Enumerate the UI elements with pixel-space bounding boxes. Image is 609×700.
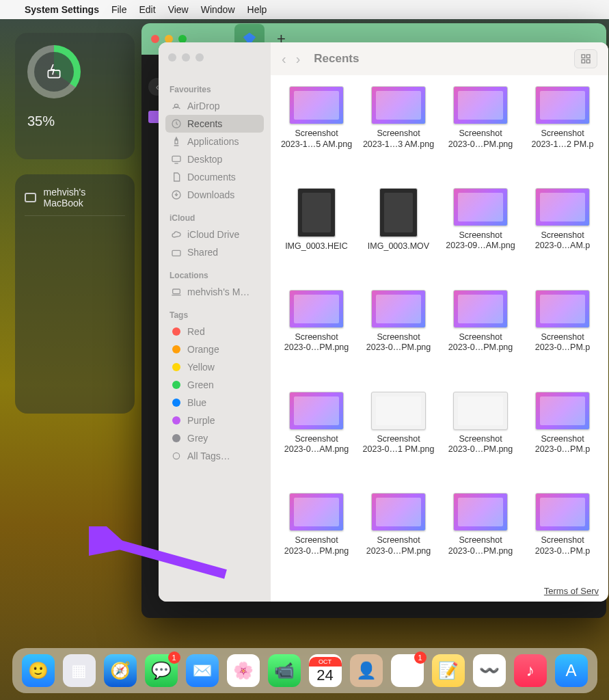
sidebar-item-label: Shared: [187, 247, 218, 258]
sidebar-item-green[interactable]: Green: [165, 376, 264, 394]
sidebar-item-grey[interactable]: Grey: [165, 429, 264, 447]
sidebar-item-purple[interactable]: Purple: [165, 412, 264, 429]
close-button[interactable]: [151, 35, 159, 43]
sidebar-item-airdrop[interactable]: AirDrop: [165, 97, 264, 115]
file-item[interactable]: Screenshot 2023-0…PM.png: [358, 493, 439, 591]
file-name: Screenshot 2023-0…PM.p: [535, 434, 591, 455]
all-tags-icon: [171, 450, 182, 461]
dock-safari[interactable]: 🧭: [104, 654, 137, 687]
dock-notes[interactable]: 📝: [432, 654, 465, 687]
file-item[interactable]: Screenshot 2023-0…PM.png: [358, 290, 439, 388]
battery-widget[interactable]: 35%: [15, 33, 135, 159]
dock-mail[interactable]: ✉️: [186, 654, 219, 687]
file-item[interactable]: Screenshot 2023-0…PM.png: [276, 493, 357, 591]
dock-music[interactable]: ♪: [514, 654, 547, 687]
sidebar-item-documents[interactable]: Documents: [165, 168, 264, 186]
finder-content: ‹ › Recents Screenshot 2023-1…5 AM.pngSc…: [271, 42, 608, 602]
battery-ring: [27, 45, 81, 98]
file-item[interactable]: Screenshot 2023-1…3 AM.png: [358, 86, 439, 184]
sidebar-item-label: Blue: [187, 397, 206, 408]
sidebar-item-label: Orange: [187, 344, 219, 355]
file-item[interactable]: Screenshot 2023-0…PM.p: [522, 290, 603, 388]
sidebar-item-downloads[interactable]: Downloads: [165, 186, 264, 204]
dock-facetime[interactable]: 📹: [268, 654, 301, 687]
file-grid[interactable]: Screenshot 2023-1…5 AM.pngScreenshot 202…: [271, 75, 608, 602]
file-name: Screenshot 2023-09…AM.png: [446, 230, 515, 252]
sidebar-item-recents[interactable]: Recents: [165, 115, 264, 133]
sidebar-item-mehvish-s-m-[interactable]: mehvish's M…: [165, 283, 264, 301]
close-button[interactable]: [168, 53, 176, 62]
file-item[interactable]: Screenshot 2023-1…5 AM.png: [276, 86, 357, 184]
file-name: Screenshot 2023-0…1 PM.png: [363, 434, 435, 455]
shared-icon: [171, 247, 182, 258]
nav-forward-button[interactable]: ›: [296, 51, 301, 67]
finder-sidebar[interactable]: Favourites AirDropRecentsApplicationsDes…: [159, 42, 271, 602]
dock-launchpad[interactable]: ▦: [63, 654, 96, 687]
window-controls[interactable]: [168, 53, 204, 62]
dock-contacts[interactable]: 👤: [350, 654, 383, 687]
file-thumbnail: [289, 493, 344, 531]
menu-edit[interactable]: Edit: [139, 4, 156, 15]
file-name: Screenshot 2023-0…PM.png: [284, 535, 349, 556]
sidebar-item-orange[interactable]: Orange: [165, 340, 264, 358]
sidebar-item-blue[interactable]: Blue: [165, 394, 264, 412]
menubar[interactable]: System Settings File Edit View Window He…: [0, 0, 609, 19]
sidebar-item-shared[interactable]: Shared: [165, 243, 264, 261]
calendar-day: 24: [316, 667, 333, 684]
dock-messages[interactable]: 💬1: [145, 654, 178, 687]
file-item[interactable]: Screenshot 2023-0…AM.p: [522, 188, 603, 286]
laptop-charging-icon: [45, 63, 63, 81]
file-item[interactable]: Screenshot 2023-0…PM.p: [522, 493, 603, 591]
file-thumbnail: [371, 86, 426, 124]
view-icon-button[interactable]: [574, 49, 597, 68]
terms-link[interactable]: Terms of Serv: [544, 586, 599, 596]
sidebar-item-applications[interactable]: Applications: [165, 133, 264, 150]
nav-back-button[interactable]: ‹: [282, 51, 286, 67]
menu-help[interactable]: Help: [247, 4, 267, 15]
dock-photos[interactable]: 🌸: [227, 654, 260, 687]
file-item[interactable]: Screenshot 2023-0…PM.png: [276, 290, 357, 388]
file-name: Screenshot 2023-0…PM.png: [366, 535, 431, 556]
file-name: IMG_0003.MOV: [368, 241, 429, 252]
file-item[interactable]: IMG_0003.HEIC: [276, 188, 357, 286]
sidebar-item-all-tags-[interactable]: All Tags…: [165, 447, 264, 465]
menu-window[interactable]: Window: [201, 4, 235, 15]
dock-reminders[interactable]: ☰1: [391, 654, 424, 687]
svg-rect-3: [172, 156, 180, 161]
sidebar-item-icloud-drive[interactable]: iCloud Drive: [165, 226, 264, 243]
app-menu[interactable]: System Settings: [25, 4, 99, 15]
dock-appstore[interactable]: A: [555, 654, 588, 687]
dock[interactable]: 🙂▦🧭💬1✉️🌸📹OCT24👤☰1📝〰️♪A: [12, 648, 597, 693]
grid-icon: [580, 53, 591, 64]
finder-toolbar[interactable]: ‹ › Recents: [271, 42, 608, 75]
file-item[interactable]: Screenshot 2023-0…PM.png: [440, 290, 521, 388]
tag-dot-icon: [171, 415, 182, 426]
file-item[interactable]: Screenshot 2023-0…AM.png: [276, 392, 357, 489]
file-item[interactable]: Screenshot 2023-0…PM.png: [440, 392, 521, 489]
file-item[interactable]: IMG_0003.MOV: [358, 188, 439, 286]
file-item[interactable]: Screenshot 2023-09…AM.png: [440, 188, 521, 286]
sidebar-item-desktop[interactable]: Desktop: [165, 150, 264, 168]
finder-window[interactable]: Favourites AirDropRecentsApplicationsDes…: [159, 42, 608, 602]
sidebar-item-label: All Tags…: [187, 450, 230, 461]
dock-calendar[interactable]: OCT24: [309, 654, 342, 687]
file-item[interactable]: Screenshot 2023-0…1 PM.png: [358, 392, 439, 489]
machine-card[interactable]: mehvish's MacBook: [15, 174, 135, 414]
sidebar-item-yellow[interactable]: Yellow: [165, 358, 264, 376]
minimize-button[interactable]: [182, 53, 190, 62]
badge: 1: [414, 651, 427, 664]
file-item[interactable]: Screenshot 2023-1…2 PM.p: [522, 86, 603, 184]
zoom-button[interactable]: [195, 53, 204, 62]
menu-file[interactable]: File: [111, 4, 127, 15]
file-item[interactable]: Screenshot 2023-0…PM.png: [440, 493, 521, 591]
file-item[interactable]: Screenshot 2023-0…PM.png: [440, 86, 521, 184]
dock-freeform[interactable]: 〰️: [473, 654, 506, 687]
file-name: Screenshot 2023-0…PM.p: [535, 535, 591, 556]
file-thumbnail: [453, 290, 508, 328]
battery-percent: 35%: [27, 113, 122, 129]
dock-finder[interactable]: 🙂: [22, 654, 55, 687]
sidebar-item-red[interactable]: Red: [165, 323, 264, 340]
file-item[interactable]: Screenshot 2023-0…PM.p: [522, 392, 603, 489]
menu-view[interactable]: View: [168, 4, 189, 15]
tag-dot-icon: [171, 362, 182, 373]
